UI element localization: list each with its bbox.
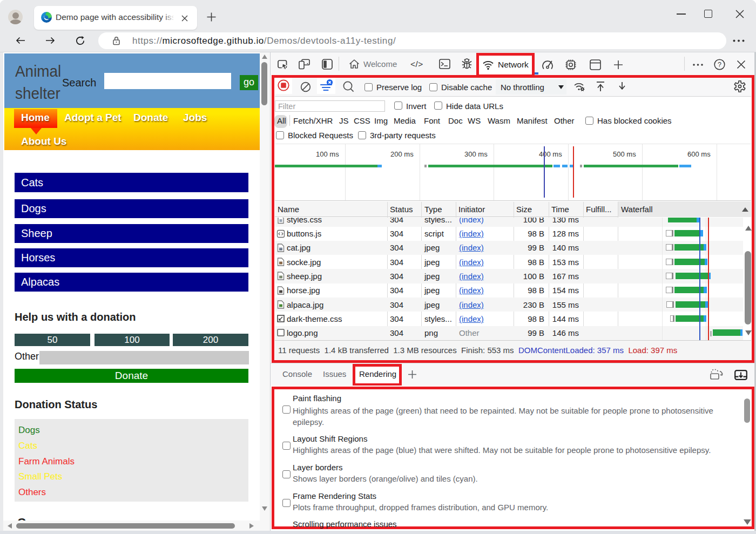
svg-text:?: ? <box>718 61 721 69</box>
